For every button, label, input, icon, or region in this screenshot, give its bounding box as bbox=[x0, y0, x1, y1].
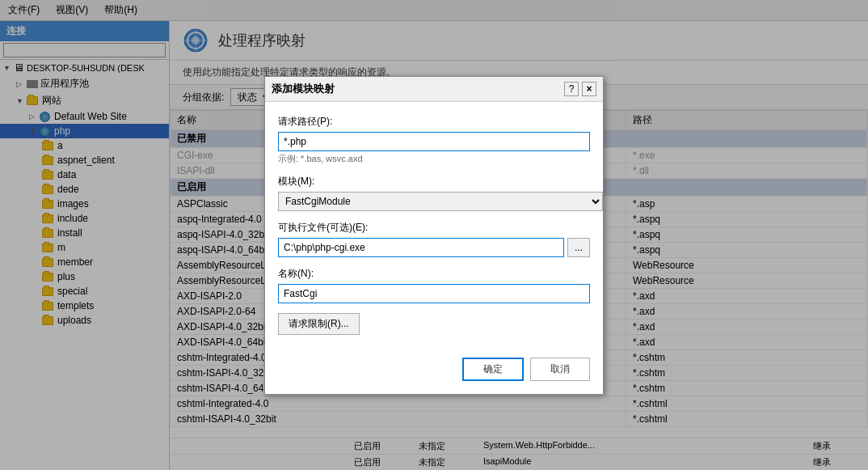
browse-button[interactable]: ... bbox=[567, 238, 590, 257]
request-path-label: 请求路径(P): bbox=[278, 115, 590, 129]
request-limit-wrap: 请求限制(R)... bbox=[278, 313, 590, 338]
module-label: 模块(M): bbox=[278, 175, 590, 188]
name-group: 名称(N): bbox=[278, 267, 590, 303]
request-path-hint: 示例: *.bas, wsvc.axd bbox=[278, 153, 590, 165]
confirm-button[interactable]: 确定 bbox=[462, 358, 524, 381]
modal-title: 添加模块映射 bbox=[272, 82, 335, 96]
executable-group: 可执行文件(可选)(E): ... bbox=[278, 221, 590, 257]
modal-footer: 确定 取消 bbox=[265, 351, 603, 394]
modal-help-button[interactable]: ? bbox=[564, 82, 579, 96]
modal-body: 请求路径(P): 示例: *.bas, wsvc.axd 模块(M): Fast… bbox=[265, 102, 603, 351]
name-label: 名称(N): bbox=[278, 267, 590, 281]
cancel-button[interactable]: 取消 bbox=[530, 358, 590, 381]
module-group: 模块(M): FastCgiModule IsapiModule CgiModu… bbox=[278, 175, 590, 211]
request-limit-button[interactable]: 请求限制(R)... bbox=[278, 313, 360, 335]
executable-input[interactable] bbox=[278, 238, 564, 257]
modal-close-button[interactable]: × bbox=[582, 82, 596, 96]
name-input[interactable] bbox=[278, 284, 590, 303]
modal-controls: ? × bbox=[564, 82, 596, 96]
request-path-group: 请求路径(P): 示例: *.bas, wsvc.axd bbox=[278, 115, 590, 165]
request-path-input[interactable] bbox=[278, 132, 590, 151]
add-module-mapping-dialog: 添加模块映射 ? × 请求路径(P): 示例: *.bas, wsvc.axd … bbox=[264, 76, 604, 395]
module-select[interactable]: FastCgiModule IsapiModule CgiModule Stat… bbox=[278, 192, 603, 211]
executable-input-wrap: ... bbox=[278, 238, 590, 257]
modal-titlebar: 添加模块映射 ? × bbox=[265, 77, 603, 102]
executable-label: 可执行文件(可选)(E): bbox=[278, 221, 590, 235]
module-select-wrap: FastCgiModule IsapiModule CgiModule Stat… bbox=[278, 192, 590, 211]
modal-overlay: 添加模块映射 ? × 请求路径(P): 示例: *.bas, wsvc.axd … bbox=[0, 0, 868, 470]
